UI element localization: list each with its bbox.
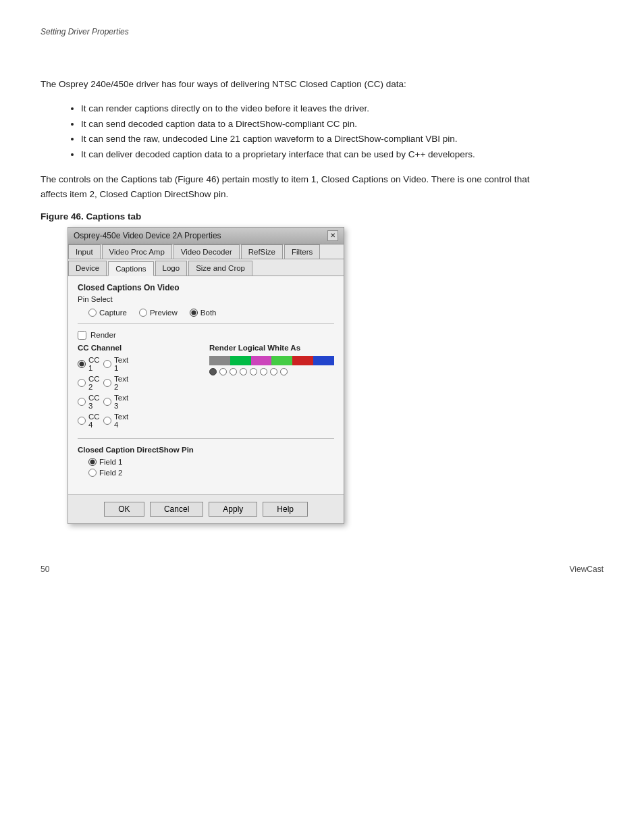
closed-captions-label: Closed Captions On Video	[78, 283, 334, 292]
directshow-label: Closed Caption DirectShow Pin	[78, 446, 334, 454]
bullet-item: It can deliver decoded caption data to a…	[81, 147, 554, 163]
color-bar	[209, 356, 334, 365]
bullet-item: It can send the raw, undecoded Line 21 c…	[81, 132, 554, 147]
both-radio[interactable]	[190, 309, 198, 317]
spacer	[78, 477, 334, 488]
cc-row-4: CC 4 Text 4	[78, 413, 203, 429]
apply-button[interactable]: Apply	[209, 502, 257, 517]
text4-option[interactable]: Text 4	[103, 413, 124, 429]
dialog-buttons: OK Cancel Apply Help	[68, 494, 344, 523]
color-bar-wrapper	[209, 356, 334, 375]
field1-radio[interactable]	[88, 458, 97, 466]
field1-option[interactable]: Field 1	[88, 458, 334, 466]
header-text: Setting Driver Properties	[41, 27, 129, 36]
pin-select-row: Capture Preview Both	[88, 309, 334, 317]
bullet-item: It can render captions directly on to th…	[81, 101, 554, 117]
text3-option[interactable]: Text 3	[103, 394, 124, 410]
tab-input[interactable]: Input	[68, 244, 101, 259]
tab-video-proc-amp[interactable]: Video Proc Amp	[102, 244, 172, 259]
directshow-section: Closed Caption DirectShow Pin Field 1 Fi…	[78, 446, 334, 477]
text1-radio[interactable]	[103, 360, 111, 368]
dialog-body: Closed Captions On Video Pin Select Capt…	[68, 276, 344, 494]
cc3-option[interactable]: CC 3	[78, 394, 98, 410]
cc-channel-header: CC Channel	[78, 344, 203, 352]
brand-name: ViewCast	[570, 565, 603, 574]
dialog-wrapper: Osprey-450e Video Device 2A Properties ✕…	[68, 227, 603, 524]
tab-logo[interactable]: Logo	[155, 261, 188, 276]
figure-title: Figure 46. Captions tab	[41, 211, 603, 221]
cc-left: CC Channel CC 1 Text 1	[78, 344, 203, 432]
cc1-option[interactable]: CC 1	[78, 356, 98, 372]
render-logical-white-header: Render Logical White As	[209, 344, 334, 352]
close-button[interactable]: ✕	[327, 230, 338, 241]
color-radio-2[interactable]	[219, 368, 227, 375]
field2-radio[interactable]	[88, 469, 97, 477]
bullet-list: It can render captions directly on to th…	[81, 101, 603, 163]
cc-row-2: CC 2 Text 2	[78, 375, 203, 391]
cc4-option[interactable]: CC 4	[78, 413, 98, 429]
ok-button[interactable]: OK	[104, 502, 144, 517]
preview-radio[interactable]	[139, 309, 147, 317]
cc-row-3: CC 3 Text 3	[78, 394, 203, 410]
text3-radio[interactable]	[103, 398, 111, 406]
color-swatch-2	[230, 356, 251, 365]
color-radio-3[interactable]	[230, 368, 237, 375]
text2-option[interactable]: Text 2	[103, 375, 124, 391]
cc2-radio[interactable]	[78, 379, 86, 387]
cc2-option[interactable]: CC 2	[78, 375, 98, 391]
separator-2	[78, 438, 334, 439]
tab-refsize[interactable]: RefSize	[241, 244, 283, 259]
bullet-item: It can send decoded caption data to a Di…	[81, 117, 554, 132]
color-radio-6[interactable]	[260, 368, 267, 375]
cc4-radio[interactable]	[78, 417, 86, 425]
text4-radio[interactable]	[103, 417, 111, 425]
color-radio-4[interactable]	[240, 368, 247, 375]
page-footer: 50 ViewCast	[41, 565, 603, 574]
help-button[interactable]: Help	[263, 502, 308, 517]
color-swatch-1	[209, 356, 230, 365]
cancel-button[interactable]: Cancel	[150, 502, 203, 517]
radio-dots	[209, 368, 334, 375]
dialog-title: Osprey-450e Video Device 2A Properties	[74, 231, 221, 240]
cc-right: Render Logical White As	[209, 344, 334, 432]
field2-option[interactable]: Field 2	[88, 469, 334, 477]
conclusion-paragraph: The controls on the Captions tab (Figure…	[41, 172, 554, 201]
page-number: 50	[41, 565, 49, 574]
tab-captions[interactable]: Captions	[108, 261, 153, 276]
page-header: Setting Driver Properties	[41, 27, 603, 36]
color-radio-5[interactable]	[250, 368, 257, 375]
separator-1	[78, 323, 334, 324]
capture-radio[interactable]	[88, 309, 97, 317]
tab-filters[interactable]: Filters	[284, 244, 320, 259]
color-swatch-4	[271, 356, 292, 365]
render-checkbox[interactable]	[78, 331, 86, 340]
render-row: Render	[78, 331, 334, 340]
color-radio-7[interactable]	[270, 368, 277, 375]
tab-size-and-crop[interactable]: Size and Crop	[188, 261, 252, 276]
cc3-radio[interactable]	[78, 398, 86, 406]
cc1-radio[interactable]	[78, 360, 86, 368]
tabs-row-2: Device Captions Logo Size and Crop	[68, 259, 344, 276]
dialog-titlebar: Osprey-450e Video Device 2A Properties ✕	[68, 228, 344, 244]
tab-device[interactable]: Device	[68, 261, 107, 276]
color-radio-8[interactable]	[280, 368, 288, 375]
render-label: Render	[90, 331, 116, 339]
properties-dialog: Osprey-450e Video Device 2A Properties ✕…	[68, 227, 344, 524]
preview-option[interactable]: Preview	[139, 309, 178, 317]
tabs-row-1: Input Video Proc Amp Video Decoder RefSi…	[68, 244, 344, 259]
field-row: Field 1 Field 2	[88, 458, 334, 477]
color-swatch-6	[313, 356, 334, 365]
pin-select-label: Pin Select	[78, 295, 334, 303]
cc-row-1: CC 1 Text 1	[78, 356, 203, 372]
cc-channel-section: CC Channel CC 1 Text 1	[78, 344, 334, 432]
color-swatch-3	[251, 356, 272, 365]
tab-video-decoder[interactable]: Video Decoder	[173, 244, 240, 259]
color-radio-1[interactable]	[209, 368, 217, 375]
text2-radio[interactable]	[103, 379, 111, 387]
color-swatch-5	[292, 356, 313, 365]
capture-option[interactable]: Capture	[88, 309, 127, 317]
intro-paragraph: The Osprey 240e/450e driver has four way…	[41, 77, 554, 92]
both-option[interactable]: Both	[190, 309, 217, 317]
text1-option[interactable]: Text 1	[103, 356, 124, 372]
